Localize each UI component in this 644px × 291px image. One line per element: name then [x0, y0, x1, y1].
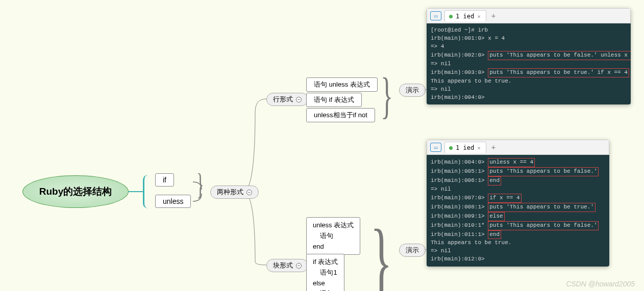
collapse-icon[interactable]: −	[296, 263, 302, 269]
watermark: CSDN @howard2005	[566, 280, 635, 288]
line-form-label: 行形式	[273, 95, 293, 104]
root-node[interactable]: Ruby的选择结构	[22, 175, 129, 208]
level1-bracket	[143, 175, 155, 208]
close-icon[interactable]: ×	[477, 13, 481, 20]
folder-icon[interactable]: ▭	[430, 143, 441, 152]
close-icon[interactable]: ×	[477, 145, 481, 151]
terminal-1-body: [root@ied ~]# irbirb(main):001:0> x = 4=…	[427, 23, 631, 104]
terminal-2-body: irb(main):004:0> unless x == 4irb(main):…	[427, 155, 609, 267]
line-demo-label: 演示	[406, 86, 419, 95]
block-form-label: 块形式	[273, 261, 293, 270]
line-demo-pill[interactable]: 演示	[399, 84, 426, 97]
collapse-icon[interactable]: −	[246, 190, 252, 195]
new-tab-icon[interactable]: +	[489, 143, 498, 151]
terminal-2-titlebar: ▭ 1 ied × +	[427, 140, 609, 155]
line-item-3[interactable]: unless相当于if not	[306, 108, 375, 122]
line-item-2[interactable]: 语句 if 表达式	[306, 93, 362, 107]
brace-l1: }	[196, 167, 204, 202]
terminal-1: ▭ 1 ied × + [root@ied ~]# irbirb(main):0…	[427, 8, 631, 104]
brace-line: }	[381, 66, 393, 125]
terminal-1-tab-label: 1 ied	[456, 13, 474, 20]
block-demo-label: 演示	[406, 246, 419, 255]
terminal-2-tab-label: 1 ied	[456, 144, 474, 151]
terminal-2: ▭ 1 ied × + irb(main):004:0> unless x ==…	[427, 140, 609, 267]
unless-label: unless	[163, 197, 183, 205]
block-demo-pill[interactable]: 演示	[399, 244, 426, 257]
block-code-2[interactable]: if 表达式 语句1 else 语句2 end	[306, 254, 344, 291]
root-title: Ruby的选择结构	[39, 185, 112, 198]
block-form-pill[interactable]: 块形式 −	[266, 259, 308, 272]
new-tab-icon[interactable]: +	[489, 12, 498, 20]
terminal-1-titlebar: ▭ 1 ied × +	[427, 8, 631, 23]
unless-node[interactable]: unless	[155, 195, 191, 208]
collapse-icon[interactable]: −	[296, 97, 302, 102]
terminal-2-tab[interactable]: 1 ied ×	[444, 142, 486, 153]
block-code-1[interactable]: unless 表达式 语句 end	[306, 217, 360, 255]
two-forms-label: 两种形式	[217, 188, 243, 197]
two-forms-pill[interactable]: 两种形式 −	[210, 186, 259, 199]
line-item-1[interactable]: 语句 unless 表达式	[306, 77, 378, 92]
active-dot-icon	[449, 15, 453, 18]
folder-icon[interactable]: ▭	[430, 11, 441, 20]
if-label: if	[163, 176, 166, 184]
if-node[interactable]: if	[155, 173, 174, 187]
line-form-pill[interactable]: 行形式 −	[266, 93, 308, 106]
active-dot-icon	[449, 146, 453, 150]
brace-block: }	[370, 209, 392, 291]
terminal-1-tab[interactable]: 1 ied ×	[444, 10, 486, 21]
